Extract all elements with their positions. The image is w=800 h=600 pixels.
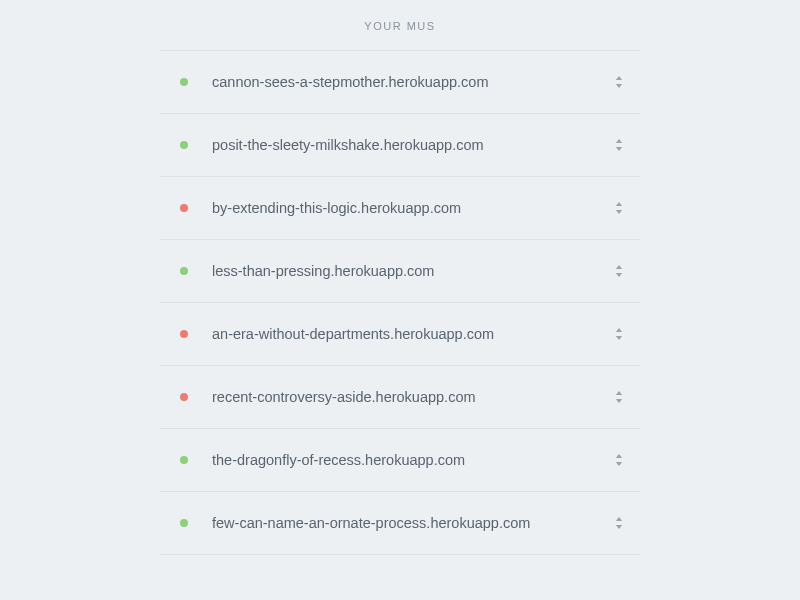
status-dot-icon bbox=[180, 78, 188, 86]
app-row[interactable]: posit-the-sleety-milkshake.herokuapp.com bbox=[160, 114, 640, 177]
section-title: YOUR MUS bbox=[160, 20, 640, 50]
app-row[interactable]: few-can-name-an-ornate-process.herokuapp… bbox=[160, 492, 640, 555]
up-down-chevron-icon[interactable] bbox=[612, 516, 626, 530]
up-down-chevron-icon[interactable] bbox=[612, 390, 626, 404]
app-row[interactable]: an-era-without-departments.herokuapp.com bbox=[160, 303, 640, 366]
app-row[interactable]: recent-controversy-aside.herokuapp.com bbox=[160, 366, 640, 429]
status-dot-icon bbox=[180, 519, 188, 527]
up-down-chevron-icon[interactable] bbox=[612, 327, 626, 341]
app-name: the-dragonfly-of-recess.herokuapp.com bbox=[212, 452, 612, 468]
app-name: an-era-without-departments.herokuapp.com bbox=[212, 326, 612, 342]
app-row[interactable]: cannon-sees-a-stepmother.herokuapp.com bbox=[160, 51, 640, 114]
status-dot-icon bbox=[180, 204, 188, 212]
status-dot-icon bbox=[180, 141, 188, 149]
app-list-panel: YOUR MUS cannon-sees-a-stepmother.heroku… bbox=[160, 0, 640, 555]
app-row[interactable]: by-extending-this-logic.herokuapp.com bbox=[160, 177, 640, 240]
status-dot-icon bbox=[180, 330, 188, 338]
app-name: posit-the-sleety-milkshake.herokuapp.com bbox=[212, 137, 612, 153]
app-name: few-can-name-an-ornate-process.herokuapp… bbox=[212, 515, 612, 531]
up-down-chevron-icon[interactable] bbox=[612, 264, 626, 278]
app-name: recent-controversy-aside.herokuapp.com bbox=[212, 389, 612, 405]
up-down-chevron-icon[interactable] bbox=[612, 453, 626, 467]
up-down-chevron-icon[interactable] bbox=[612, 138, 626, 152]
app-name: less-than-pressing.herokuapp.com bbox=[212, 263, 612, 279]
status-dot-icon bbox=[180, 456, 188, 464]
status-dot-icon bbox=[180, 393, 188, 401]
app-name: cannon-sees-a-stepmother.herokuapp.com bbox=[212, 74, 612, 90]
app-list: cannon-sees-a-stepmother.herokuapp.compo… bbox=[160, 50, 640, 555]
up-down-chevron-icon[interactable] bbox=[612, 201, 626, 215]
up-down-chevron-icon[interactable] bbox=[612, 75, 626, 89]
app-name: by-extending-this-logic.herokuapp.com bbox=[212, 200, 612, 216]
app-row[interactable]: the-dragonfly-of-recess.herokuapp.com bbox=[160, 429, 640, 492]
app-row[interactable]: less-than-pressing.herokuapp.com bbox=[160, 240, 640, 303]
status-dot-icon bbox=[180, 267, 188, 275]
